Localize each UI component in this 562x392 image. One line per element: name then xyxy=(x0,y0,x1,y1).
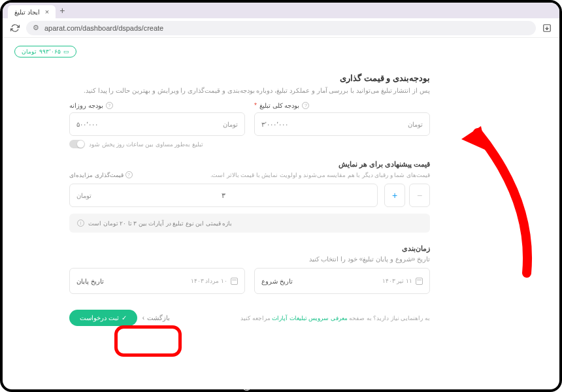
url-text: aparat.com/dashboard/dspads/create xyxy=(44,24,163,32)
start-date-label: تاریخ شروع xyxy=(261,278,293,285)
help-link[interactable]: معرفی سرویس تبلیغات آپارات xyxy=(272,315,348,321)
balance-unit: تومان xyxy=(22,48,37,55)
browser-tab[interactable]: ایجاد تبلیغ × xyxy=(8,5,56,18)
calendar-icon xyxy=(416,278,423,285)
back-button[interactable]: بازگشت › xyxy=(142,314,170,321)
price-value-box[interactable]: ۳ تومان xyxy=(69,184,378,207)
even-distribution-toggle[interactable] xyxy=(69,140,85,148)
daily-budget-field[interactable] xyxy=(76,121,223,128)
annotation-highlight xyxy=(114,325,182,357)
schedule-title: زمان‌بندی xyxy=(69,244,430,253)
tab-bar: ایجاد تبلیغ × + xyxy=(3,3,559,18)
balance-chip[interactable]: ▭ ۹۹۳٬۰۶۵ تومان xyxy=(14,46,76,57)
calendar-icon xyxy=(231,278,238,285)
start-date-input[interactable]: ۱۱ تیر ۱۴۰۳ تاریخ شروع xyxy=(254,268,430,294)
balance-amount: ۹۹۳٬۰۶۵ xyxy=(39,48,61,55)
reload-icon[interactable] xyxy=(10,24,20,33)
price-decrement-button[interactable]: − xyxy=(409,184,430,207)
address-bar: ⚙ aparat.com/dashboard/dspads/create xyxy=(3,18,559,38)
footer: به راهنمایی نیاز دارید؟ به صفحه معرفی سر… xyxy=(14,310,548,326)
total-budget-label: ? بودجه کلی تبلیغ * xyxy=(254,102,430,109)
close-icon[interactable]: × xyxy=(45,8,49,16)
price-title: قیمت پیشنهادی برای هر نمایش xyxy=(69,160,430,169)
info-icon[interactable]: ? xyxy=(302,102,309,109)
new-tab-button[interactable]: + xyxy=(59,5,65,16)
check-icon: ✓ xyxy=(122,314,127,321)
end-date-label: تاریخ پایان xyxy=(76,278,104,285)
total-budget-field[interactable] xyxy=(261,121,408,128)
help-text: به راهنمایی نیاز دارید؟ به صفحه معرفی سر… xyxy=(240,315,430,321)
budget-section: بودجه‌بندی و قیمت گذاری پس از انتشار تبل… xyxy=(14,73,548,294)
price-range-banner: بازه قیمتی این نوع تبلیغ در آپارات بین ۳… xyxy=(69,214,430,233)
tab-title: ایجاد تبلیغ xyxy=(14,8,40,16)
auction-pricing-link[interactable]: ? قیمت‌گذاری مزایده‌ای xyxy=(69,171,133,178)
total-budget-input[interactable]: تومان xyxy=(254,112,430,136)
price-value: ۳ xyxy=(222,191,225,200)
budget-desc: پس از انتشار تبلیغ می‌توانید با بررسی آم… xyxy=(69,87,430,94)
even-distribution-toggle-row: تبلیغ به‌طور مساوی بین ساعات روز پخش شود xyxy=(69,140,245,148)
globe-icon xyxy=(242,381,252,391)
daily-budget-label: ? بودجه روزانه xyxy=(69,102,245,109)
install-icon[interactable] xyxy=(542,24,552,33)
site-settings-icon[interactable]: ⚙ xyxy=(33,24,39,32)
submit-button[interactable]: ✓ ثبت درخواست xyxy=(69,310,137,326)
info-icon: i xyxy=(77,220,84,227)
wallet-icon: ▭ xyxy=(63,48,69,55)
schedule-desc: تاریخ «شروع و پایان تبلیغ» خود را انتخاب… xyxy=(69,255,430,263)
info-icon: ? xyxy=(125,171,133,178)
daily-budget-input[interactable]: تومان xyxy=(69,112,245,136)
start-date-value: ۱۱ تیر ۱۴۰۳ xyxy=(382,278,412,284)
url-field[interactable]: ⚙ aparat.com/dashboard/dspads/create xyxy=(26,21,536,35)
watermark: Followeran.com xyxy=(242,381,320,391)
info-icon[interactable]: ? xyxy=(106,102,113,109)
budget-title: بودجه‌بندی و قیمت گذاری xyxy=(69,73,430,83)
price-increment-button[interactable]: + xyxy=(384,184,405,207)
end-date-input[interactable]: ۱۰ مرداد ۱۴۰۳ تاریخ پایان xyxy=(69,268,245,294)
required-mark: * xyxy=(254,102,257,109)
end-date-value: ۱۰ مرداد ۱۴۰۳ xyxy=(191,278,227,284)
chevron-left-icon: › xyxy=(142,314,144,321)
price-desc: قیمت‌های شما و رقبای دیگر با هم مقایسه م… xyxy=(210,172,430,178)
